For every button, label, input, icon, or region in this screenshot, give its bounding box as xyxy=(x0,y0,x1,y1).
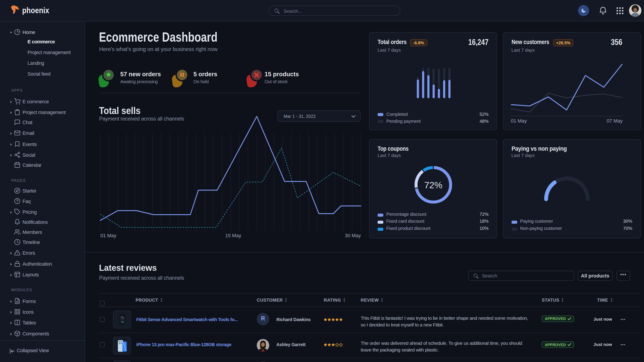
svg-text:15 May: 15 May xyxy=(225,233,241,238)
svg-text:01 May: 01 May xyxy=(100,233,116,238)
svg-text:07 May: 07 May xyxy=(607,118,622,124)
svg-text:72%: 72% xyxy=(424,180,442,190)
svg-text:30 May: 30 May xyxy=(345,233,361,238)
svg-text:01 May: 01 May xyxy=(511,118,527,124)
